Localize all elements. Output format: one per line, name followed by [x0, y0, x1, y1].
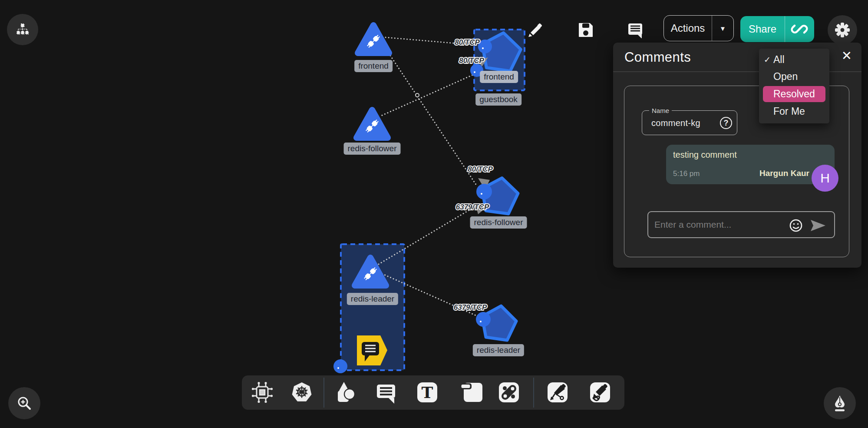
node-frontend-deployment[interactable]	[358, 25, 389, 53]
name-field-label: Name	[649, 107, 672, 114]
layout-tree-button[interactable]	[7, 14, 38, 45]
edge-label: 6379/TCP	[454, 303, 487, 312]
share-label: Share	[740, 23, 785, 35]
node-label-redis-leader-service: redis-leader	[473, 344, 524, 356]
zoom-button[interactable]	[8, 387, 40, 419]
zoom-in-icon	[15, 394, 34, 413]
help-icon[interactable]: ?	[720, 117, 732, 129]
node-label-redis-follower: redis-follower	[344, 143, 401, 155]
edge-label: 80/TCP	[455, 38, 480, 46]
shapes-tool-icon[interactable]	[333, 380, 357, 405]
edge-guestbook-follower[interactable]	[380, 74, 475, 116]
comment-item[interactable]: testing comment 5:16 pm Hargun Kaur H	[666, 145, 835, 184]
comment-author: Hargun Kaur	[759, 169, 809, 178]
check-icon: ✓	[764, 51, 771, 68]
edge-crossing-dot	[416, 93, 419, 97]
draw-pencil-tool-icon[interactable]	[588, 380, 612, 405]
save-icon[interactable]	[578, 22, 594, 38]
edge-label: 80/TCP	[468, 165, 493, 173]
comments-toggle-icon[interactable]	[627, 22, 644, 38]
settings-button[interactable]	[828, 15, 857, 45]
edge-frontend-follower-80[interactable]	[390, 56, 477, 186]
edit-pencil-icon[interactable]	[527, 22, 544, 38]
menu-item-label: Resolved	[773, 88, 815, 100]
node-label-frontend-service: frontend	[480, 71, 518, 83]
send-icon[interactable]	[809, 220, 826, 231]
chevron-down-icon[interactable]: ▼	[712, 25, 733, 32]
share-link-icon[interactable]	[785, 21, 814, 37]
gear-icon	[833, 21, 851, 39]
pen-nib-icon	[830, 393, 850, 413]
close-icon[interactable]: ✕	[842, 50, 852, 62]
group-label-guestbook: guestbook	[475, 93, 521, 106]
frame-tool-icon[interactable]	[459, 380, 483, 405]
hierarchy-icon	[13, 20, 32, 39]
edge-pen-tool-icon[interactable]	[545, 380, 570, 405]
custom-resource-icon[interactable]	[250, 380, 274, 405]
share-button[interactable]: Share	[740, 16, 814, 42]
comment-text: testing comment	[673, 150, 737, 160]
actions-button[interactable]: Actions ▼	[663, 15, 734, 41]
shape-toolbar: T	[242, 375, 624, 410]
kubernetes-icon[interactable]	[290, 380, 314, 405]
emoji-icon[interactable]	[789, 219, 803, 232]
avatar: H	[812, 165, 838, 192]
node-label-redis-follower-service: redis-follower	[470, 216, 527, 229]
menu-item-for-me[interactable]: For Me	[759, 103, 829, 120]
menu-item-label: All	[773, 54, 785, 65]
node-label-redis-leader: redis-leader	[347, 293, 398, 305]
edge-label: 6379/TCP	[456, 203, 489, 211]
node-label-frontend: frontend	[354, 60, 393, 72]
name-field-value: comment-kg	[651, 118, 700, 128]
menu-item-open[interactable]: Open	[759, 68, 829, 85]
panel-title: Comments	[624, 50, 691, 65]
svg-text:T: T	[422, 383, 433, 401]
comment-tool-icon[interactable]	[374, 380, 398, 405]
connector-tool-icon[interactable]	[497, 380, 521, 405]
menu-item-resolved[interactable]: Resolved	[763, 86, 825, 102]
menu-item-label: Open	[773, 71, 798, 82]
text-tool-icon[interactable]: T	[415, 380, 439, 405]
app-root: 80/TCP 80/TCP 80/TCP 6379/TCP 6379/TCP f…	[0, 0, 868, 428]
comment-name-field[interactable]: Name comment-kg ?	[642, 110, 737, 135]
node-redis-follower-deployment[interactable]	[356, 110, 388, 138]
comment-input-field[interactable]	[654, 212, 780, 237]
menu-item-label: For Me	[773, 106, 805, 117]
comments-filter-menu: ✓ All Open Resolved For Me	[759, 49, 829, 123]
actions-label: Actions	[664, 22, 712, 34]
edge-leader-follower-6379[interactable]	[379, 203, 481, 264]
menu-item-all[interactable]: ✓ All	[759, 51, 829, 68]
toolbar-divider	[533, 378, 534, 408]
toolbar-divider	[323, 378, 324, 408]
pen-mode-button[interactable]	[824, 387, 856, 419]
comment-timestamp: 5:16 pm	[673, 169, 700, 178]
edge-label: 80/TCP	[459, 56, 484, 65]
comment-input[interactable]	[647, 211, 835, 238]
